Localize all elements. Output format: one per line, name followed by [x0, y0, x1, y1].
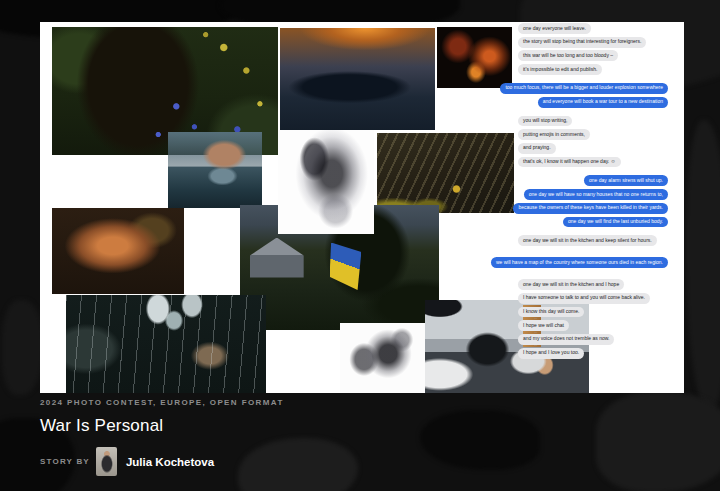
- incoming-bubble: and praying.: [518, 143, 556, 154]
- chat-message: this war will be too long and too bloody…: [518, 50, 668, 61]
- map-texture-blob: [420, 410, 540, 470]
- photo-press-ink-drawing: [340, 323, 426, 393]
- chat-message: I know this day will come.: [518, 307, 668, 318]
- outgoing-bubble: one day alarm sirens will shut up.: [584, 175, 668, 186]
- chat-message: one day we will sit in the kitchen and I…: [518, 279, 668, 290]
- map-texture-blob: [2, 300, 44, 395]
- chat-message: you will stop writing,: [518, 116, 668, 127]
- chat-message: because the owners of these keys have be…: [518, 203, 668, 214]
- outgoing-bubble: and everyone will book a war tour to a n…: [538, 97, 668, 108]
- incoming-bubble: one day we will sit in the kitchen and I…: [518, 279, 624, 290]
- photographer-avatar[interactable]: [96, 447, 117, 476]
- chat-message: we will have a map of the country where …: [518, 257, 668, 268]
- incoming-bubble: it's impossible to edit and publish.: [518, 64, 602, 75]
- photo-iv-drips: [66, 295, 266, 393]
- incoming-bubble: the story will stop being that interesti…: [518, 37, 646, 48]
- incoming-bubble: one day everyone will leave.: [518, 23, 591, 34]
- story-hero-page: { "page": { "contest_line": "2024 PHOTO …: [0, 0, 720, 491]
- photo-tire-tracks-and-rose: [377, 133, 514, 213]
- incoming-bubble: I hope and I love you too.: [518, 348, 584, 359]
- chat-message: I hope and I love you too.: [518, 348, 668, 359]
- incoming-bubble: that's ok, I know it will happen one day…: [518, 157, 621, 168]
- chat-message: and everyone will book a war tour to a n…: [518, 97, 668, 108]
- contest-category: 2024 PHOTO CONTEST, EUROPE, OPEN FORMAT: [40, 398, 284, 407]
- chat-message: one day everyone will leave.: [518, 23, 668, 34]
- page-title: War Is Personal: [40, 416, 284, 436]
- photo-collage[interactable]: one day everyone will leave.the story wi…: [40, 22, 684, 393]
- chat-thread: one day everyone will leave.the story wi…: [518, 22, 668, 359]
- chat-message: and my voice does not tremble as now.: [518, 334, 668, 345]
- chat-message: one day we will sit in the kitchen and k…: [518, 235, 668, 246]
- incoming-bubble: I know this day will come.: [518, 307, 584, 318]
- map-texture-blob: [686, 120, 720, 410]
- outgoing-bubble: we will have a map of the country where …: [491, 257, 668, 268]
- photo-angel-ink-drawing: [278, 130, 374, 234]
- outgoing-bubble: one day we will find the last unburied b…: [563, 217, 668, 228]
- story-by-label: STORY BY: [40, 457, 90, 466]
- chat-message: that's ok, I know it will happen one day…: [518, 157, 668, 168]
- photo-woman-by-water: [168, 132, 262, 208]
- byline: STORY BY Julia Kochetova: [40, 447, 284, 476]
- incoming-bubble: and my voice does not tremble as now.: [518, 334, 614, 345]
- chat-message: too much focus, there will be a bigger a…: [518, 83, 668, 94]
- chat-message: one day alarm sirens will shut up.: [518, 175, 668, 186]
- photographer-name[interactable]: Julia Kochetova: [126, 456, 214, 468]
- chat-message: one day we will find the last unburied b…: [518, 217, 668, 228]
- chat-message: it's impossible to edit and publish.: [518, 64, 668, 75]
- chat-message: I have someone to talk to and you will c…: [518, 293, 668, 304]
- incoming-bubble: this war will be too long and too bloody…: [518, 50, 618, 61]
- map-texture-blob: [596, 392, 720, 491]
- outgoing-bubble: because the owners of these keys have be…: [513, 203, 668, 214]
- incoming-bubble: putting emojis in comments,: [518, 129, 590, 140]
- incoming-bubble: you will stop writing,: [518, 116, 572, 127]
- incoming-bubble: one day we will sit in the kitchen and k…: [518, 235, 657, 246]
- photo-wounded-soldier-portrait: [52, 208, 184, 294]
- story-caption: 2024 PHOTO CONTEST, EUROPE, OPEN FORMAT …: [40, 398, 284, 476]
- chat-message: one day we will have so many houses that…: [518, 189, 668, 200]
- photo-burnt-wreckage: [437, 27, 512, 88]
- outgoing-bubble: too much focus, there will be a bigger a…: [500, 83, 668, 94]
- chat-message: putting emojis in comments,: [518, 129, 668, 140]
- photo-fallen-soldier-at-dusk: [280, 28, 435, 130]
- chat-message: I hope we will chat: [518, 320, 668, 331]
- incoming-bubble: I hope we will chat: [518, 320, 569, 331]
- outgoing-bubble: one day we will have so many houses that…: [524, 189, 668, 200]
- incoming-bubble: I have someone to talk to and you will c…: [518, 293, 650, 304]
- chat-message: the story will stop being that interesti…: [518, 37, 668, 48]
- chat-message: and praying.: [518, 143, 668, 154]
